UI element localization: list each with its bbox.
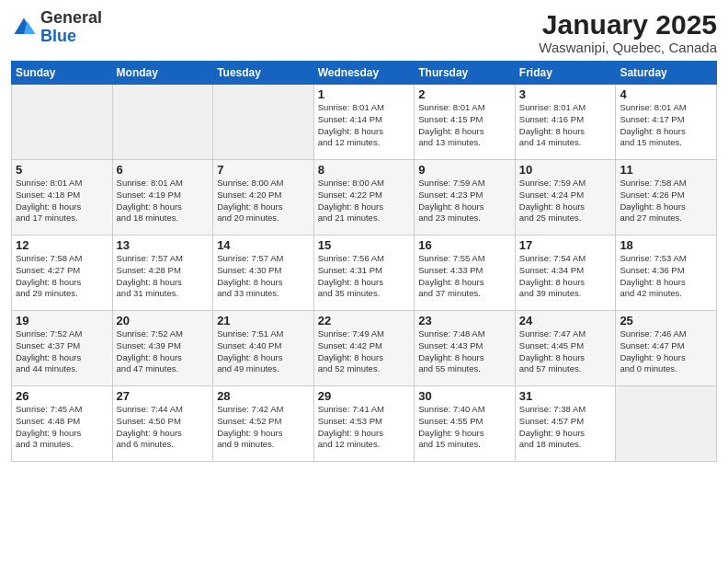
day-info: Sunrise: 7:57 AMSunset: 4:28 PMDaylight:… [117,253,210,300]
calendar-row: 12Sunrise: 7:58 AMSunset: 4:27 PMDayligh… [12,236,717,311]
day-info: Sunrise: 7:58 AMSunset: 4:26 PMDaylight:… [620,178,712,224]
day-info: Sunrise: 7:51 AMSunset: 4:40 PMDaylight:… [217,328,310,375]
day-info: Sunrise: 7:44 AMSunset: 4:50 PMDaylight:… [117,404,210,451]
table-row [616,386,717,462]
day-info: Sunrise: 8:00 AMSunset: 4:20 PMDaylight:… [217,178,310,224]
table-row: 1Sunrise: 8:01 AMSunset: 4:14 PMDaylight… [313,85,415,160]
day-info: Sunrise: 8:00 AMSunset: 4:22 PMDaylight:… [318,178,411,224]
day-number: 24 [519,314,612,327]
day-number: 18 [620,238,712,252]
table-row: 2Sunrise: 8:01 AMSunset: 4:15 PMDaylight… [415,85,516,160]
day-number: 22 [318,314,411,327]
day-info: Sunrise: 7:40 AMSunset: 4:55 PMDaylight:… [418,404,511,451]
table-row: 8Sunrise: 8:00 AMSunset: 4:22 PMDaylight… [313,160,415,236]
day-number: 20 [117,314,210,327]
day-number: 11 [620,163,712,177]
th-wednesday: Wednesday [313,62,415,85]
table-row: 20Sunrise: 7:52 AMSunset: 4:39 PMDayligh… [112,311,213,386]
table-row: 10Sunrise: 7:59 AMSunset: 4:24 PMDayligh… [515,160,616,236]
table-row: 4Sunrise: 8:01 AMSunset: 4:17 PMDaylight… [616,85,717,160]
table-row: 18Sunrise: 7:53 AMSunset: 4:36 PMDayligh… [616,236,717,311]
table-row: 14Sunrise: 7:57 AMSunset: 4:30 PMDayligh… [213,236,314,311]
table-row [12,85,113,160]
th-saturday: Saturday [616,62,717,85]
day-number: 30 [418,389,511,403]
table-row: 9Sunrise: 7:59 AMSunset: 4:23 PMDaylight… [415,160,516,236]
day-info: Sunrise: 8:01 AMSunset: 4:19 PMDaylight:… [117,178,210,224]
table-row: 21Sunrise: 7:51 AMSunset: 4:40 PMDayligh… [213,311,314,386]
day-number: 1 [318,87,411,101]
th-sunday: Sunday [12,62,113,85]
day-info: Sunrise: 7:52 AMSunset: 4:37 PMDaylight:… [16,328,108,375]
day-number: 31 [519,389,612,403]
logo-text: General Blue [40,9,102,46]
table-row: 15Sunrise: 7:56 AMSunset: 4:31 PMDayligh… [313,236,415,311]
logo-icon [11,15,37,40]
day-number: 25 [620,314,712,327]
table-row: 11Sunrise: 7:58 AMSunset: 4:26 PMDayligh… [616,160,717,236]
table-row: 27Sunrise: 7:44 AMSunset: 4:50 PMDayligh… [112,386,213,462]
day-number: 8 [318,163,411,177]
table-row: 7Sunrise: 8:00 AMSunset: 4:20 PMDaylight… [213,160,314,236]
table-row [112,85,213,160]
calendar-subtitle: Waswanipi, Quebec, Canada [539,40,717,55]
day-number: 26 [16,389,108,403]
day-info: Sunrise: 7:58 AMSunset: 4:27 PMDaylight:… [16,253,108,300]
day-info: Sunrise: 7:41 AMSunset: 4:53 PMDaylight:… [318,404,411,451]
calendar-row: 1Sunrise: 8:01 AMSunset: 4:14 PMDaylight… [12,85,717,160]
calendar-row: 19Sunrise: 7:52 AMSunset: 4:37 PMDayligh… [12,311,717,386]
calendar-row: 26Sunrise: 7:45 AMSunset: 4:48 PMDayligh… [12,386,717,462]
day-number: 2 [418,87,511,101]
table-row: 23Sunrise: 7:48 AMSunset: 4:43 PMDayligh… [415,311,516,386]
th-tuesday: Tuesday [213,62,314,85]
calendar-table: Sunday Monday Tuesday Wednesday Thursday… [11,61,717,462]
day-info: Sunrise: 8:01 AMSunset: 4:15 PMDaylight:… [418,102,511,149]
calendar-title: January 2025 [539,9,717,40]
th-monday: Monday [112,62,213,85]
header: General Blue January 2025 Waswanipi, Que… [11,9,717,55]
th-friday: Friday [515,62,616,85]
table-row: 29Sunrise: 7:41 AMSunset: 4:53 PMDayligh… [313,386,415,462]
day-info: Sunrise: 8:01 AMSunset: 4:16 PMDaylight:… [519,102,612,149]
day-number: 19 [16,314,108,327]
header-row: Sunday Monday Tuesday Wednesday Thursday… [12,62,717,85]
table-row: 26Sunrise: 7:45 AMSunset: 4:48 PMDayligh… [12,386,113,462]
logo-general: General [40,8,102,27]
day-info: Sunrise: 7:59 AMSunset: 4:24 PMDaylight:… [519,178,612,224]
day-info: Sunrise: 8:01 AMSunset: 4:17 PMDaylight:… [620,102,712,149]
day-number: 13 [117,238,210,252]
table-row: 28Sunrise: 7:42 AMSunset: 4:52 PMDayligh… [213,386,314,462]
table-row: 16Sunrise: 7:55 AMSunset: 4:33 PMDayligh… [415,236,516,311]
day-number: 28 [217,389,310,403]
day-number: 14 [217,238,310,252]
day-number: 17 [519,238,612,252]
day-number: 16 [418,238,511,252]
table-row: 3Sunrise: 8:01 AMSunset: 4:16 PMDaylight… [515,85,616,160]
day-info: Sunrise: 7:38 AMSunset: 4:57 PMDaylight:… [519,404,612,451]
table-row: 5Sunrise: 8:01 AMSunset: 4:18 PMDaylight… [12,160,113,236]
day-info: Sunrise: 7:59 AMSunset: 4:23 PMDaylight:… [418,178,511,224]
day-info: Sunrise: 7:52 AMSunset: 4:39 PMDaylight:… [117,328,210,375]
day-number: 9 [418,163,511,177]
day-info: Sunrise: 7:53 AMSunset: 4:36 PMDaylight:… [620,253,712,300]
page-container: General Blue January 2025 Waswanipi, Que… [0,0,728,563]
table-row: 31Sunrise: 7:38 AMSunset: 4:57 PMDayligh… [515,386,616,462]
th-thursday: Thursday [415,62,516,85]
day-number: 5 [16,163,108,177]
day-number: 10 [519,163,612,177]
day-info: Sunrise: 7:48 AMSunset: 4:43 PMDaylight:… [418,328,511,375]
day-number: 3 [519,87,612,101]
day-info: Sunrise: 8:01 AMSunset: 4:14 PMDaylight:… [318,102,411,149]
day-number: 29 [318,389,411,403]
title-block: January 2025 Waswanipi, Quebec, Canada [539,9,717,55]
table-row: 6Sunrise: 8:01 AMSunset: 4:19 PMDaylight… [112,160,213,236]
table-row: 12Sunrise: 7:58 AMSunset: 4:27 PMDayligh… [12,236,113,311]
day-number: 27 [117,389,210,403]
table-row: 22Sunrise: 7:49 AMSunset: 4:42 PMDayligh… [313,311,415,386]
table-row: 30Sunrise: 7:40 AMSunset: 4:55 PMDayligh… [415,386,516,462]
day-number: 6 [117,163,210,177]
day-info: Sunrise: 7:57 AMSunset: 4:30 PMDaylight:… [217,253,310,300]
table-row: 25Sunrise: 7:46 AMSunset: 4:47 PMDayligh… [616,311,717,386]
day-info: Sunrise: 7:47 AMSunset: 4:45 PMDaylight:… [519,328,612,375]
day-info: Sunrise: 7:45 AMSunset: 4:48 PMDaylight:… [16,404,108,451]
